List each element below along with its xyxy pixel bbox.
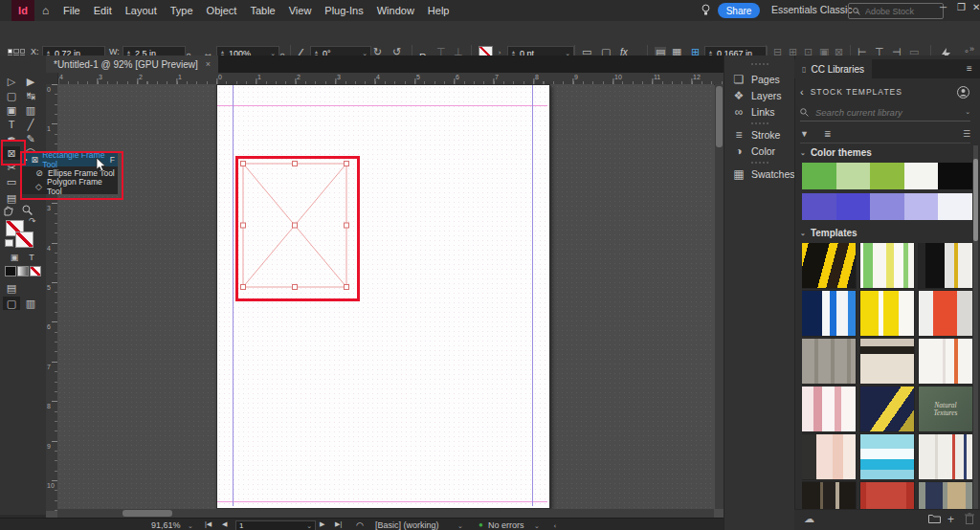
- menu-item-plugins[interactable]: Plug-Ins: [324, 5, 363, 16]
- panel-button-color[interactable]: ◑ Color: [732, 144, 775, 158]
- color-theme-green[interactable]: [802, 163, 972, 189]
- theme-swatch[interactable]: [904, 193, 939, 220]
- template-thumbnail[interactable]: [802, 339, 856, 384]
- selection-tool[interactable]: ▷: [3, 75, 20, 88]
- template-thumbnail[interactable]: [802, 386, 856, 431]
- formatting-affects-container-button[interactable]: ▣: [6, 251, 23, 264]
- template-thumbnail[interactable]: [860, 339, 914, 384]
- adobe-stock-search[interactable]: [848, 3, 944, 19]
- swap-fill-stroke-icon[interactable]: ↷: [29, 216, 36, 226]
- cc-libraries-tab[interactable]: ▯ CC Libraries: [794, 59, 872, 78]
- library-search-input[interactable]: [813, 106, 951, 119]
- template-thumbnail[interactable]: [802, 243, 856, 288]
- type-tool[interactable]: T: [3, 118, 20, 131]
- sync-cloud-icon[interactable]: ☁: [804, 513, 814, 525]
- direct-selection-tool[interactable]: ▶: [22, 75, 39, 88]
- theme-swatch[interactable]: [870, 193, 904, 220]
- screen-mode-normal-button[interactable]: ▢: [3, 297, 20, 310]
- formatting-affects-text-button[interactable]: T: [23, 251, 40, 264]
- adobe-stock-input[interactable]: [863, 6, 928, 17]
- zoom-level[interactable]: 91,61%: [151, 520, 181, 530]
- new-group-folder-icon[interactable]: [928, 513, 941, 523]
- stock-templates-breadcrumb[interactable]: ‹ STOCK TEMPLATES: [800, 86, 902, 98]
- list-view-icon[interactable]: ☰: [963, 129, 970, 139]
- close-button[interactable]: ✕: [972, 2, 980, 12]
- menu-item-layout[interactable]: Layout: [125, 5, 157, 16]
- template-thumbnail[interactable]: [860, 386, 914, 431]
- next-page-button[interactable]: ▶: [320, 520, 324, 528]
- template-thumbnail-natural-textures[interactable]: Natural Textures: [919, 386, 972, 431]
- vertical-scrollbar-thumb[interactable]: [716, 86, 723, 147]
- minimize-button[interactable]: ─: [940, 2, 947, 12]
- panel-button-pages[interactable]: ❏ Pages: [732, 73, 780, 86]
- line-tool[interactable]: ╱: [22, 118, 39, 131]
- template-thumbnail[interactable]: [919, 339, 972, 384]
- panel-button-layers[interactable]: ❖ Layers: [732, 89, 782, 102]
- theme-swatch[interactable]: [802, 193, 836, 220]
- note-tool[interactable]: ▤: [3, 191, 20, 205]
- theme-swatch[interactable]: [836, 163, 871, 189]
- template-thumbnail[interactable]: [860, 482, 914, 509]
- apply-color-button[interactable]: [5, 266, 16, 276]
- preflight-icon[interactable]: ◠: [356, 520, 364, 530]
- theme-swatch[interactable]: [836, 193, 871, 220]
- errors-menu-icon[interactable]: ⌄: [534, 522, 540, 530]
- theme-swatch[interactable]: [904, 163, 939, 189]
- menu-item-file[interactable]: File: [63, 5, 80, 16]
- apply-gradient-button[interactable]: [17, 266, 29, 276]
- page-tool[interactable]: ▢: [3, 89, 20, 102]
- collapse-panels-icon[interactable]: »: [969, 44, 974, 54]
- library-scrollbar[interactable]: [973, 145, 978, 520]
- template-thumbnail[interactable]: [919, 482, 972, 509]
- profile-icon[interactable]: [957, 86, 969, 99]
- theme-swatch[interactable]: [870, 163, 904, 189]
- theme-swatch[interactable]: [938, 163, 972, 189]
- menu-item-type[interactable]: Type: [170, 5, 193, 16]
- menu-item-help[interactable]: Help: [428, 5, 450, 16]
- panel-button-stroke[interactable]: ≡ Stroke: [732, 128, 780, 142]
- panel-menu-icon[interactable]: ≡: [967, 63, 972, 74]
- horizontal-scrollbar-thumb[interactable]: [122, 510, 172, 517]
- page-number-field[interactable]: 1 ⌄: [235, 520, 316, 530]
- theme-swatch[interactable]: [802, 163, 836, 189]
- content-placer-tool[interactable]: ▥: [22, 103, 39, 117]
- template-thumbnail[interactable]: [860, 434, 914, 479]
- theme-swatch[interactable]: [938, 193, 972, 220]
- templates-section-header[interactable]: ⌄ Templates: [800, 228, 858, 238]
- content-collector-tool[interactable]: ▣: [3, 103, 20, 117]
- trash-icon[interactable]: [965, 513, 974, 524]
- share-button[interactable]: Share: [718, 3, 760, 18]
- menu-item-window[interactable]: Window: [377, 5, 414, 16]
- library-scrollbar-thumb[interactable]: [973, 159, 978, 241]
- color-themes-section-header[interactable]: ⌄ Color themes: [800, 147, 872, 158]
- free-transform-tool[interactable]: ▭: [3, 175, 20, 188]
- view-options-icon[interactable]: ▤: [3, 281, 20, 295]
- sort-icon[interactable]: ≣: [824, 129, 832, 139]
- stroke-swatch[interactable]: [15, 232, 33, 248]
- tab-close-icon[interactable]: ×: [206, 59, 211, 69]
- zoom-menu-icon[interactable]: ⌄: [188, 522, 193, 530]
- template-thumbnail[interactable]: [919, 434, 972, 479]
- screen-mode-preview-button[interactable]: ▥: [22, 297, 39, 310]
- hand-tool[interactable]: [3, 205, 20, 218]
- menu-item-table[interactable]: Table: [250, 5, 275, 16]
- library-search[interactable]: ⌄: [800, 103, 970, 121]
- filter-icon[interactable]: ▼: [800, 129, 809, 139]
- panel-button-links[interactable]: ∞ Links: [732, 105, 775, 119]
- menu-item-view[interactable]: View: [289, 5, 312, 16]
- panel-button-swatches[interactable]: ▦ Swatches: [732, 167, 795, 181]
- template-thumbnail[interactable]: [802, 482, 856, 509]
- home-icon[interactable]: ⌂: [42, 4, 49, 17]
- gap-tool[interactable]: ↹: [22, 89, 39, 102]
- scroll-left-icon[interactable]: ⌄: [552, 523, 560, 529]
- preflight-profile[interactable]: [Basic] (working): [375, 520, 439, 530]
- first-page-button[interactable]: |◀: [205, 520, 212, 528]
- restore-button[interactable]: ❐: [957, 2, 966, 12]
- template-thumbnail[interactable]: [860, 291, 914, 336]
- previous-page-button[interactable]: ◀: [222, 520, 227, 528]
- search-scope-icon[interactable]: ⌄: [965, 108, 970, 116]
- preflight-menu-icon[interactable]: ⌄: [457, 522, 463, 530]
- menu-item-object[interactable]: Object: [207, 5, 237, 16]
- apply-none-button[interactable]: [30, 266, 41, 276]
- document-tab[interactable]: *Untitled-1 @ 92% [GPU Preview] ×: [46, 55, 218, 73]
